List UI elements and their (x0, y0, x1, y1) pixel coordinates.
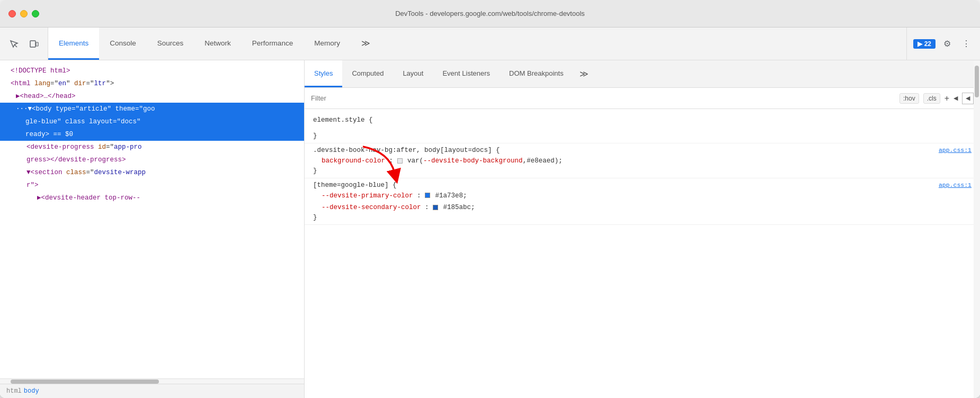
dom-tree[interactable]: <!DOCTYPE html> <html lang="en" dir="ltr… (0, 60, 304, 378)
dom-line-section-cont: r"> (0, 179, 304, 192)
filter-input[interactable] (311, 94, 899, 102)
filter-bar: :hov .cls + ◀ ◀ (305, 88, 980, 109)
toggle-sidebar-icon[interactable]: ◀ (954, 95, 958, 102)
devtools-container: Elements Console Sources Network Perform… (0, 28, 980, 398)
dom-horizontal-scrollbar[interactable] (0, 378, 304, 384)
devtools-window: DevTools - developers.google.com/web/too… (0, 0, 980, 398)
top-toolbar: Elements Console Sources Network Perform… (0, 28, 980, 60)
window-title: DevTools - developers.google.com/web/too… (395, 10, 585, 17)
rule-property-bg: background-color : var(--devsite-body-ba… (313, 155, 972, 167)
traffic-lights (8, 10, 39, 17)
tab-sources[interactable]: Sources (147, 28, 194, 60)
minimize-button[interactable] (20, 10, 28, 17)
rule-closing-theme: } (313, 214, 972, 221)
style-rule-theme: app.css:1 [theme=google-blue] { --devsit… (305, 178, 980, 225)
more-tabs-icon: ≫ (361, 38, 370, 48)
color-swatch-secondary[interactable] (433, 205, 438, 210)
maximize-button[interactable] (32, 10, 39, 17)
dom-line-progress-cont: gress></devsite-progress> (0, 153, 304, 166)
subtab-more-icon[interactable]: ≫ (573, 60, 595, 87)
console-badge[interactable]: ▶ 22 (913, 39, 936, 49)
main-content: <!DOCTYPE html> <html lang="en" dir="ltr… (0, 60, 980, 398)
close-button[interactable] (8, 10, 16, 17)
title-bar: DevTools - developers.google.com/web/too… (0, 0, 980, 28)
rule-selector-devsite-book[interactable]: app.css:1 .devsite-book-nav-bg:after, bo… (313, 147, 972, 154)
toolbar-icon-group (0, 28, 48, 60)
tab-console[interactable]: Console (99, 28, 147, 60)
badge-icon: ▶ (917, 40, 922, 48)
settings-icon[interactable]: ⚙ (940, 37, 955, 51)
breadcrumb-html[interactable]: html (6, 387, 22, 395)
rule-property-secondary: --devsite-secondary-color : #185abc; (313, 202, 972, 214)
rule-closing-element: } (313, 132, 972, 140)
subtab-dom-breakpoints[interactable]: DOM Breakpoints (500, 60, 573, 87)
dom-line-doctype: <!DOCTYPE html> (0, 65, 304, 77)
subtab-layout[interactable]: Layout (393, 60, 433, 87)
dom-line-body[interactable]: ···▼<body type="article" theme="goo (0, 103, 304, 115)
tab-network[interactable]: Network (194, 28, 242, 60)
rule-property-primary: --devsite-primary-color : #1a73e8; (313, 190, 972, 202)
styles-scrollbar-thumb[interactable] (975, 66, 979, 97)
rule-source-devsite-book[interactable]: app.css:1 (939, 147, 972, 153)
rule-selector-theme[interactable]: app.css:1 [theme=google-blue] { (313, 182, 972, 189)
subtab-styles[interactable]: Styles (305, 60, 342, 87)
color-swatch-primary[interactable] (425, 193, 430, 198)
dom-line-head: ▶<head>…</head> (0, 90, 304, 103)
tab-more[interactable]: ≫ (351, 28, 381, 60)
svg-rect-1 (30, 41, 35, 47)
sub-tabs: Styles Computed Layout Event Listeners D… (305, 60, 980, 88)
styles-content[interactable]: element.style { } app.css:1 .d (305, 109, 980, 398)
subtab-computed[interactable]: Computed (342, 60, 393, 87)
styles-panel: Styles Computed Layout Event Listeners D… (305, 60, 980, 398)
rule-closing-devsite-book: } (313, 167, 972, 175)
color-swatch-bg[interactable] (397, 158, 403, 164)
dom-line-header: ▶<devsite-header top-row-- (0, 192, 304, 204)
dom-line-html: <html lang="en" dir="ltr"> (0, 77, 304, 90)
tab-elements[interactable]: Elements (48, 28, 99, 60)
style-rule-element: element.style { } (305, 113, 980, 143)
dom-scrollbar-thumb[interactable] (11, 379, 159, 384)
svg-line-0 (15, 44, 17, 47)
cls-button[interactable]: .cls (923, 93, 940, 104)
hov-button[interactable]: :hov (899, 93, 919, 104)
collapse-icon[interactable]: ◀ (962, 93, 974, 104)
tab-performance[interactable]: Performance (242, 28, 304, 60)
rule-body-element (313, 125, 972, 132)
toolbar-right: ▶ 22 ⚙ ⋮ (906, 28, 980, 60)
tab-memory[interactable]: Memory (304, 28, 351, 60)
breadcrumb-body[interactable]: body (24, 387, 39, 395)
add-style-rule-button[interactable]: + (945, 94, 949, 103)
inspect-element-icon[interactable] (6, 37, 21, 51)
rule-source-theme[interactable]: app.css:1 (939, 182, 972, 188)
dom-panel: <!DOCTYPE html> <html lang="en" dir="ltr… (0, 60, 305, 398)
dom-line-body-cont2[interactable]: ready> == $0 (0, 128, 304, 141)
top-tabs: Elements Console Sources Network Perform… (48, 28, 906, 60)
subtab-event-listeners[interactable]: Event Listeners (433, 60, 500, 87)
breadcrumb-bar: html body (0, 384, 304, 398)
device-toolbar-icon[interactable] (26, 37, 41, 51)
style-rule-devsite-book: app.css:1 .devsite-book-nav-bg:after, bo… (305, 143, 980, 178)
dom-line-section: ▼<section class="devsite-wrapp (0, 166, 304, 179)
dom-line-body-cont1[interactable]: gle-blue" class layout="docs" (0, 115, 304, 128)
svg-rect-2 (36, 42, 38, 46)
styles-scrollbar[interactable] (974, 60, 980, 398)
dom-line-progress: <devsite-progress id="app-pro (0, 141, 304, 153)
more-options-icon[interactable]: ⋮ (959, 37, 974, 51)
filter-actions: :hov .cls + ◀ ◀ (899, 93, 974, 104)
rule-selector-element[interactable]: element.style { (313, 116, 972, 124)
badge-count: 22 (924, 40, 931, 48)
